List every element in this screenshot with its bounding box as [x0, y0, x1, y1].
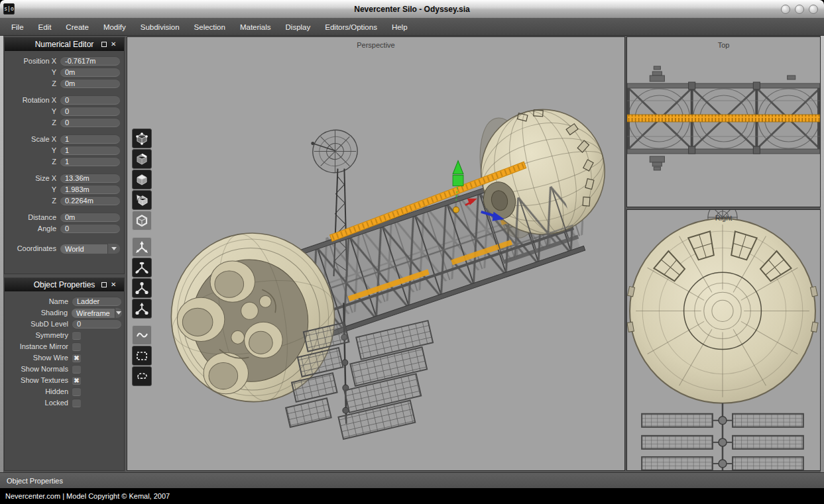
panel-restore-icon[interactable] — [101, 282, 107, 287]
rotation-z-field[interactable]: 0 — [60, 118, 120, 127]
field-label: SubD Level — [5, 320, 72, 328]
solar-array — [286, 321, 433, 439]
field-label: Distance — [5, 213, 60, 221]
panel-close-icon[interactable]: ✕ — [111, 41, 116, 48]
object-mode-button[interactable] — [132, 211, 152, 230]
menu-modify[interactable]: Modify — [96, 19, 133, 36]
name-field[interactable]: Ladder — [72, 297, 121, 306]
checkbox-label: Show Wire — [5, 354, 72, 362]
rotation-x-field[interactable]: 0 — [60, 95, 120, 105]
universal-tool-icon — [135, 301, 149, 316]
scale-z-field[interactable]: 1 — [60, 157, 120, 166]
panel-close-icon[interactable]: ✕ — [111, 281, 116, 288]
checkbox-label: Show Textures — [5, 376, 72, 384]
chevron-down-icon[interactable] — [107, 244, 120, 254]
right-view-scene — [627, 210, 820, 470]
face-mode-button[interactable] — [132, 170, 152, 189]
size-y-field[interactable]: 1.983m — [60, 185, 120, 194]
right-viewport[interactable]: Right — [626, 209, 821, 471]
menu-edit[interactable]: Edit — [31, 19, 59, 36]
position-y-field[interactable]: 0m — [60, 68, 120, 77]
statusbar: Object Properties — [0, 472, 824, 488]
shading-value: Wireframe — [72, 308, 115, 318]
multiselect-mode-button[interactable] — [132, 190, 152, 210]
numerical-editor-header[interactable]: Numerical Editor ✕ — [5, 38, 124, 51]
menu-display[interactable]: Display — [278, 19, 318, 36]
edge-mode-button[interactable] — [132, 149, 152, 169]
checkbox-label: Instance Mirror — [5, 342, 72, 350]
object-properties-header[interactable]: Object Properties ✕ — [5, 278, 124, 291]
right-view-solar-array — [642, 403, 803, 470]
show-textures-checkbox[interactable]: ✖ — [72, 376, 81, 385]
checkbox-label: Show Normals — [5, 365, 72, 373]
top-view-scene — [627, 37, 820, 207]
checkbox-label: Locked — [5, 399, 72, 407]
menu-editors-options[interactable]: Editors/Options — [318, 19, 384, 36]
rotation-y-field[interactable]: 0 — [60, 107, 120, 116]
maximize-button[interactable] — [795, 5, 804, 14]
paint-select-button[interactable] — [132, 325, 152, 345]
statusbar-text: Object Properties — [7, 477, 63, 485]
locked-checkbox[interactable] — [72, 399, 81, 407]
field-label: Name — [5, 297, 72, 305]
rect-select-button[interactable] — [132, 346, 152, 366]
show-normals-checkbox[interactable] — [72, 365, 81, 374]
position-x-field[interactable]: -0.7617m — [60, 56, 120, 66]
chevron-down-icon[interactable] — [115, 308, 122, 318]
coordinates-label: Coordinates — [5, 244, 60, 252]
close-button[interactable] — [809, 5, 818, 14]
y-axis-handle — [453, 176, 463, 186]
viewport-toolbar — [132, 128, 152, 386]
position-z-field[interactable]: 0m — [60, 79, 120, 88]
shading-dropdown[interactable]: Wireframe — [72, 308, 122, 318]
menu-materials[interactable]: Materials — [233, 19, 278, 36]
lasso-select-icon — [135, 369, 149, 383]
move-tool-button[interactable] — [132, 237, 152, 257]
coordinates-dropdown[interactable]: World — [60, 244, 120, 254]
menu-create[interactable]: Create — [58, 19, 96, 36]
field-label: Z — [5, 119, 60, 126]
edge-mode-icon — [135, 152, 149, 166]
subd-level-field[interactable]: 0 — [72, 319, 121, 328]
titlebar[interactable]: s|o Nevercenter Silo - Odyssey.sia — [0, 0, 824, 19]
distance-field[interactable]: 0m — [60, 213, 120, 222]
vertex-mode-icon — [135, 131, 149, 146]
scale-x-field[interactable]: 1 — [60, 134, 120, 144]
symmetry-checkbox[interactable] — [72, 331, 81, 340]
lasso-select-button[interactable] — [132, 366, 152, 386]
menu-subdivision[interactable]: Subdivision — [133, 19, 187, 36]
size-z-field[interactable]: 0.2264m — [60, 196, 120, 205]
left-panel-column: Numerical Editor ✕ Position X-0.7617m Y0… — [3, 36, 125, 472]
checkbox-label: Symmetry — [5, 331, 72, 339]
field-label: Y — [5, 146, 60, 154]
panel-restore-icon[interactable] — [101, 42, 107, 47]
rect-select-icon — [135, 348, 149, 363]
coordinates-value: World — [60, 244, 107, 254]
size-x-field[interactable]: 13.36m — [60, 174, 120, 183]
minimize-button[interactable] — [781, 5, 790, 14]
menu-selection[interactable]: Selection — [187, 19, 233, 36]
field-label: Scale X — [5, 135, 60, 143]
field-label: Rotation X — [5, 96, 60, 104]
menubar: File Edit Create Modify Subdivision Sele… — [0, 19, 824, 36]
instance-mirror-checkbox[interactable] — [72, 342, 81, 351]
perspective-viewport[interactable]: Perspective — [127, 36, 625, 471]
menu-file[interactable]: File — [4, 19, 31, 36]
top-viewport-label: Top — [627, 41, 820, 49]
show-wire-checkbox[interactable]: ✖ — [72, 354, 81, 362]
scale-tool-button[interactable] — [132, 278, 152, 298]
scale-y-field[interactable]: 1 — [60, 146, 120, 155]
rotate-tool-button[interactable] — [132, 258, 152, 277]
field-label: Angle — [5, 225, 60, 232]
top-viewport[interactable]: Top — [626, 36, 821, 207]
angle-field[interactable]: 0 — [60, 224, 120, 233]
field-label: Y — [5, 107, 60, 115]
universal-tool-button[interactable] — [132, 299, 152, 319]
top-view-ladder — [627, 115, 820, 122]
numerical-editor-panel: Numerical Editor ✕ Position X-0.7617m Y0… — [4, 37, 125, 274]
menu-help[interactable]: Help — [384, 19, 415, 36]
field-label: Position X — [5, 57, 60, 65]
hidden-checkbox[interactable] — [72, 387, 81, 396]
field-label: Z — [5, 79, 60, 87]
vertex-mode-button[interactable] — [132, 128, 152, 148]
